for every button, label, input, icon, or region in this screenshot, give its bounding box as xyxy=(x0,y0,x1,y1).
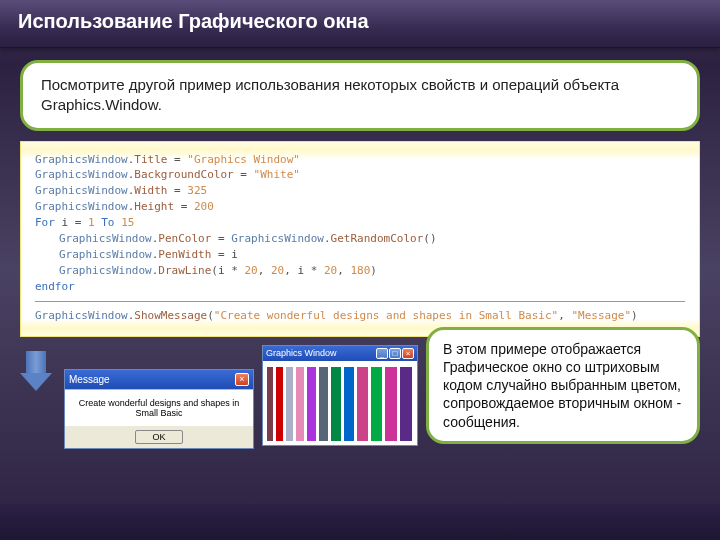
code-line-6: GraphicsWindow.PenColor = GraphicsWindow… xyxy=(35,231,685,247)
footer-decoration xyxy=(0,504,720,540)
bar-line xyxy=(296,367,304,441)
code-line-4: GraphicsWindow.Height = 200 xyxy=(35,199,685,215)
lower-row: Message × Create wonderful designs and s… xyxy=(20,345,700,446)
code-line-8: GraphicsWindow.DrawLine(i * 20, 20, i * … xyxy=(35,263,685,279)
graphics-title: Graphics Window xyxy=(266,348,337,358)
bar-line xyxy=(331,367,341,441)
maximize-icon[interactable]: □ xyxy=(389,348,401,359)
graphics-titlebar: Graphics Window _ □ × xyxy=(263,346,417,361)
code-line-9: endfor xyxy=(35,279,685,295)
arrow-down-icon xyxy=(20,351,52,393)
code-line-7: GraphicsWindow.PenWidth = i xyxy=(35,247,685,263)
bar-line xyxy=(385,367,397,441)
close-icon[interactable]: × xyxy=(235,373,249,386)
close-icon[interactable]: × xyxy=(402,348,414,359)
ok-button[interactable]: OK xyxy=(135,430,182,444)
minimize-icon[interactable]: _ xyxy=(376,348,388,359)
description-card: Посмотрите другой пример использования н… xyxy=(20,60,700,131)
bar-line xyxy=(371,367,382,441)
slide-title: Использование Графического окна xyxy=(0,0,720,48)
description-text: Посмотрите другой пример использования н… xyxy=(41,76,619,113)
code-line-3: GraphicsWindow.Width = 325 xyxy=(35,183,685,199)
code-line-1: GraphicsWindow.Title = "Graphics Window" xyxy=(35,152,685,168)
bar-line xyxy=(400,367,412,441)
bar-line xyxy=(286,367,293,441)
bar-line xyxy=(357,367,368,441)
graphics-window: Graphics Window _ □ × xyxy=(262,345,418,446)
code-line-2: GraphicsWindow.BackgroundColor = "White" xyxy=(35,167,685,183)
message-body: Create wonderful designs and shapes in S… xyxy=(65,389,253,426)
bar-line xyxy=(307,367,316,441)
bar-line xyxy=(267,367,273,441)
message-title: Message xyxy=(69,374,110,385)
code-line-5: For i = 1 To 15 xyxy=(35,215,685,231)
bar-line xyxy=(319,367,328,441)
bar-line xyxy=(344,367,354,441)
message-dialog: Message × Create wonderful designs and s… xyxy=(64,369,254,449)
graphics-canvas xyxy=(263,361,417,445)
message-footer: OK xyxy=(65,426,253,448)
bar-line xyxy=(276,367,283,441)
callout-card: В этом примере отображается Графическое … xyxy=(426,327,700,444)
code-block: GraphicsWindow.Title = "Graphics Window"… xyxy=(20,141,700,337)
message-titlebar: Message × xyxy=(65,370,253,389)
content-area: Посмотрите другой пример использования н… xyxy=(0,48,720,456)
code-line-10: GraphicsWindow.ShowMessage("Create wonde… xyxy=(35,308,685,324)
code-divider xyxy=(35,301,685,302)
callout-text: В этом примере отображается Графическое … xyxy=(443,341,681,430)
